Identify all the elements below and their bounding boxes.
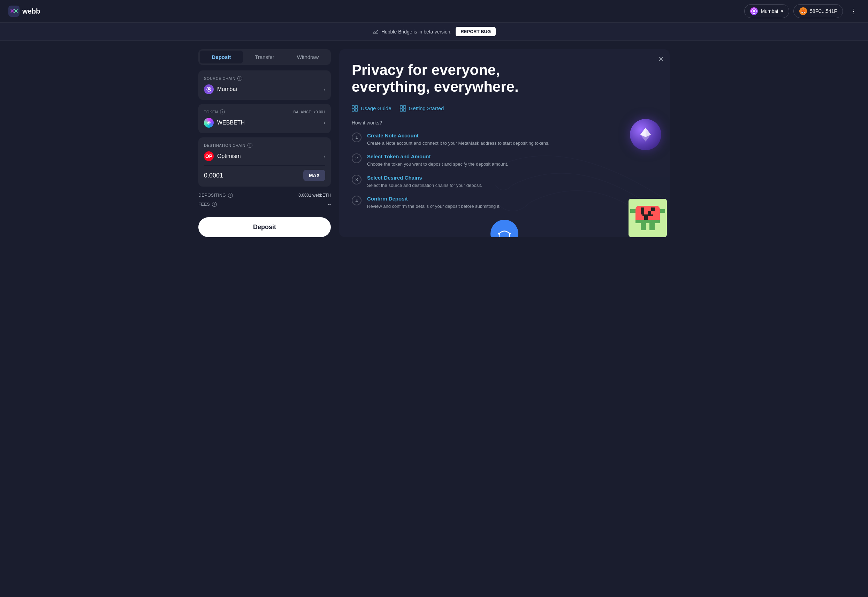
tab-deposit[interactable]: Deposit — [200, 50, 243, 64]
step-4-title: Confirm Deposit — [367, 196, 501, 202]
more-icon: ⋮ — [850, 7, 857, 15]
depositing-row: DEPOSITING i 0.0001 webbETH — [198, 191, 331, 200]
wallet-button[interactable]: 🦊 58FC...541F — [793, 4, 843, 18]
optimism-chain-icon: OP — [204, 151, 214, 161]
token-info-icon[interactable]: i — [220, 110, 225, 114]
step-4-desc: Review and confirm the details of your d… — [367, 203, 501, 210]
svg-rect-34 — [643, 214, 653, 216]
header: ✕ ✕ webb Mumbai ▾ 🦊 58FC...541F ⋮ — [0, 0, 868, 23]
destination-chain-info: OP Optimism — [204, 151, 241, 161]
webbeth-token-icon — [204, 118, 214, 128]
network-selector-button[interactable]: Mumbai ▾ — [744, 4, 789, 18]
svg-rect-32 — [641, 208, 644, 211]
destination-chain-info-icon[interactable]: i — [247, 143, 252, 148]
deposit-button[interactable]: Deposit — [198, 217, 331, 237]
tab-transfer[interactable]: Transfer — [243, 50, 286, 64]
fees-label: FEES i — [198, 202, 217, 207]
svg-rect-33 — [651, 208, 655, 211]
close-button[interactable]: ✕ — [658, 55, 664, 63]
usage-guide-icon — [352, 105, 358, 111]
svg-rect-11 — [355, 105, 358, 108]
getting-started-icon — [400, 105, 406, 111]
token-value: WEBBETH — [217, 120, 245, 126]
svg-rect-14 — [400, 105, 403, 108]
svg-point-9 — [208, 122, 209, 123]
svg-rect-10 — [352, 105, 354, 108]
svg-rect-30 — [648, 211, 651, 214]
svg-rect-13 — [355, 109, 358, 111]
network-label: Mumbai — [761, 8, 778, 14]
destination-chain-value: Optimism — [217, 153, 241, 159]
destination-card: DESTINATION CHAIN i OP Optimism › MAX — [198, 137, 331, 187]
token-balance: BALANCE: <0.001 — [293, 110, 325, 114]
getting-started-label: Getting Started — [409, 105, 444, 111]
svg-rect-35 — [641, 223, 646, 230]
network-avatar-icon — [750, 7, 758, 15]
amount-input-row: MAX — [204, 170, 325, 181]
svg-point-7 — [208, 88, 210, 90]
fees-value: -- — [328, 202, 331, 207]
max-button[interactable]: MAX — [303, 170, 325, 181]
tab-withdraw[interactable]: Withdraw — [286, 50, 329, 64]
webb-logo-icon: ✕ ✕ — [8, 6, 19, 17]
step-3-content: Select Desired Chains Select the source … — [367, 175, 482, 189]
source-chain-row[interactable]: Mumbai › — [204, 85, 325, 94]
source-chain-label: SOURCE CHAIN i — [204, 76, 325, 81]
svg-rect-28 — [635, 220, 660, 223]
bridge-icon — [498, 227, 511, 237]
info-panel: ✕ Privacy for everyone, everything, ever… — [339, 49, 670, 237]
token-card: TOKEN i BALANCE: <0.001 WEBBETH › — [198, 104, 331, 133]
svg-rect-31 — [644, 216, 648, 220]
eth-sphere-decoration — [630, 119, 661, 150]
beta-banner: Hubble Bridge is in beta version. REPORT… — [0, 23, 868, 41]
report-bug-button[interactable]: REPORT BUG — [456, 27, 496, 36]
usage-guide-link[interactable]: Usage Guide — [352, 105, 391, 111]
mumbai-chain-icon — [204, 85, 214, 94]
svg-point-4 — [753, 10, 755, 12]
main-content: Deposit Transfer Withdraw SOURCE CHAIN i — [190, 41, 678, 245]
chart-icon — [372, 28, 379, 35]
svg-rect-16 — [400, 109, 403, 111]
step-2-number: 2 — [352, 153, 361, 163]
token-row[interactable]: WEBBETH › — [204, 118, 325, 128]
fees-info-icon[interactable]: i — [212, 202, 217, 207]
header-right: Mumbai ▾ 🦊 58FC...541F ⋮ — [744, 4, 860, 18]
source-chain-info-icon[interactable]: i — [237, 76, 242, 81]
token-chevron-icon: › — [323, 120, 325, 126]
svg-rect-12 — [352, 109, 354, 111]
mumbai-network-icon — [751, 8, 757, 14]
wallet-address: 58FC...541F — [810, 8, 837, 14]
step-2-title: Select Token and Amount — [367, 153, 508, 159]
step-2-content: Select Token and Amount Choose the token… — [367, 153, 508, 168]
logo-text: webb — [22, 7, 40, 15]
summary-section: DEPOSITING i 0.0001 webbETH FEES i -- — [198, 191, 331, 209]
step-4-content: Confirm Deposit Review and confirm the d… — [367, 196, 501, 210]
destination-chain-row[interactable]: OP Optimism › — [204, 151, 325, 161]
svg-rect-29 — [641, 211, 644, 214]
depositing-value: 0.0001 webbETH — [298, 193, 331, 198]
source-chain-chevron-icon: › — [323, 86, 325, 92]
network-chevron-icon: ▾ — [781, 8, 783, 14]
step-2-desc: Choose the token you want to deposit and… — [367, 161, 508, 168]
step-3-title: Select Desired Chains — [367, 175, 482, 181]
destination-chain-label: DESTINATION CHAIN i — [204, 143, 325, 148]
pixel-character-decoration — [628, 199, 667, 237]
left-panel: Deposit Transfer Withdraw SOURCE CHAIN i — [198, 49, 331, 237]
getting-started-link[interactable]: Getting Started — [400, 105, 444, 111]
destination-chain-chevron-icon: › — [323, 153, 325, 159]
amount-input[interactable] — [204, 172, 274, 179]
depositing-info-icon[interactable]: i — [228, 193, 233, 198]
svg-rect-36 — [649, 223, 655, 230]
logo: ✕ ✕ webb — [8, 6, 40, 17]
step-3-desc: Select the source and destination chains… — [367, 182, 482, 189]
divider — [204, 165, 325, 166]
usage-guide-label: Usage Guide — [361, 105, 391, 111]
ethereum-icon — [637, 126, 654, 143]
more-options-button[interactable]: ⋮ — [847, 6, 860, 17]
svg-rect-17 — [403, 109, 406, 111]
metamask-icon: 🦊 — [799, 7, 807, 15]
banner-message: Hubble Bridge is in beta version. — [372, 28, 452, 35]
depositing-label: DEPOSITING i — [198, 193, 233, 198]
step-3-number: 3 — [352, 175, 361, 184]
svg-text:✕: ✕ — [13, 8, 18, 15]
